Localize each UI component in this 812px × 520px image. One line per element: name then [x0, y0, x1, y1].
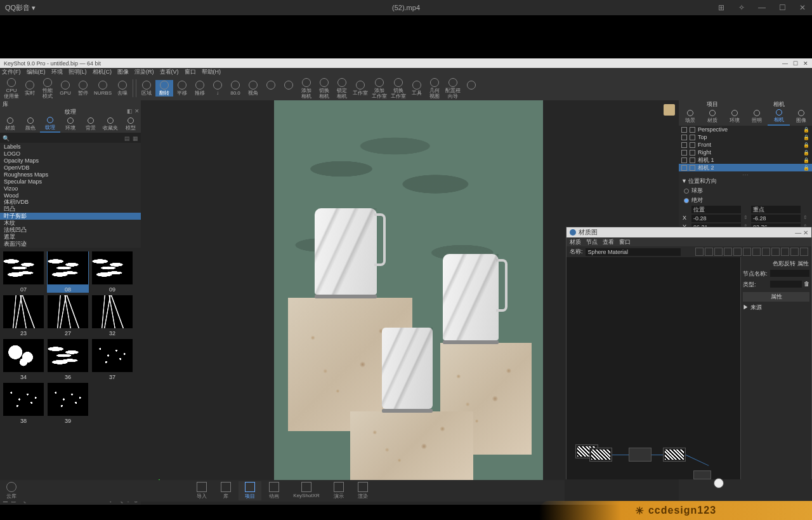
toolbar-button[interactable]: 切换 工作室 [389, 77, 408, 100]
app-maximize-icon[interactable]: ☐ [793, 60, 798, 67]
camera-item[interactable]: Right🔒 [679, 149, 812, 156]
texture-thumbnail[interactable]: 07 [3, 251, 44, 293]
toolbar-button[interactable]: 工具 [408, 80, 426, 97]
mat-tool-6[interactable] [743, 248, 751, 256]
toolbar-button[interactable]: 工作室 [351, 80, 370, 97]
toolbar-button[interactable]: GPU [56, 80, 74, 97]
folder-item[interactable]: OpenVDB [0, 164, 141, 171]
menu-item[interactable]: 渲染(R) [134, 68, 154, 76]
texture-thumbnail[interactable]: 37 [91, 339, 133, 380]
radio-absolute[interactable] [684, 198, 689, 203]
material-menu-item[interactable]: 查看 [603, 238, 614, 246]
mat-tool-10[interactable] [781, 248, 789, 256]
mat-tool-9[interactable] [771, 248, 780, 256]
toolbar-button[interactable]: 80.0 [226, 80, 244, 97]
viewport-tool-button[interactable] [664, 104, 675, 116]
folder-item[interactable]: 法线凹凸 [0, 227, 141, 234]
folder-item[interactable]: Opacity Maps [0, 157, 141, 164]
bottom-nav-item[interactable]: 动画 [263, 481, 285, 500]
mat-tool-11[interactable] [790, 248, 799, 256]
material-menu-item[interactable]: 材质 [570, 238, 581, 246]
mat-tool-8[interactable] [762, 248, 770, 256]
toolbar-button[interactable]: 性能 模式 [39, 77, 56, 100]
library-tab[interactable]: 纹理 [40, 116, 60, 133]
render-viewport[interactable] [274, 100, 543, 481]
node-op-2[interactable] [693, 470, 711, 479]
camera-item[interactable]: Front🔒 [679, 141, 812, 149]
library-search[interactable]: 🔍 ▤▦ [0, 133, 141, 143]
texture-thumbnail[interactable]: 39 [47, 383, 89, 424]
target-x[interactable]: -6.28 [751, 215, 801, 222]
toolbar-button[interactable]: 锁定 相机 [333, 77, 351, 100]
project-tab[interactable]: 相机 [768, 108, 790, 126]
bottom-nav-item[interactable]: 演示 [327, 481, 350, 500]
library-tab[interactable]: 模型 [121, 116, 141, 133]
folder-item[interactable]: Labels [0, 143, 141, 150]
camera-item[interactable]: Perspective🔒 [679, 126, 812, 133]
library-tab[interactable]: 背景 [81, 116, 101, 133]
menu-item[interactable]: 编辑(E) [27, 68, 46, 76]
properties-button[interactable]: 属性 [743, 292, 809, 302]
texture-thumbnail[interactable]: 32 [91, 295, 133, 337]
material-menu-item[interactable]: 窗口 [619, 238, 631, 246]
toolbar-button[interactable]: NURBS [92, 80, 114, 97]
minimize-icon[interactable]: — [752, 0, 771, 15]
radio-spherical[interactable] [684, 189, 689, 194]
texture-thumbnail[interactable]: 27 [47, 295, 89, 337]
toolbar-button[interactable]: 去噪 [114, 80, 131, 97]
library-tab[interactable]: 收藏夹 [101, 116, 121, 133]
menu-item[interactable]: 文件(F) [2, 68, 21, 76]
library-tab[interactable]: 材质 [0, 116, 20, 133]
toolbar-button[interactable]: CPU 使用量 [2, 77, 21, 100]
toolbar-button[interactable]: 区域 [138, 80, 155, 97]
project-tab[interactable]: 照明 [745, 108, 768, 126]
folder-item[interactable]: 表面污迹 [0, 241, 141, 248]
toolbar-button[interactable]: 几何 视图 [426, 77, 443, 100]
library-tab[interactable]: 颜色 [20, 116, 41, 133]
project-tab[interactable]: 材质 [701, 108, 723, 126]
toolbar-button[interactable] [262, 80, 280, 97]
toolbar-button[interactable] [280, 80, 298, 97]
mat-tool-1[interactable] [695, 248, 704, 256]
folder-item[interactable]: 体积IVDB [0, 199, 141, 206]
position-header[interactable]: ▼ 位置和方向 [681, 177, 809, 186]
folder-item[interactable]: LOGO [0, 150, 141, 157]
texture-thumbnail[interactable]: 34 [3, 339, 44, 380]
app-minimize-icon[interactable]: — [782, 60, 788, 67]
camera-item[interactable]: 相机 1🔒 [679, 156, 812, 164]
player-btn-1[interactable]: ⊞ [712, 0, 731, 15]
toolbar-button[interactable]: 平移 [173, 80, 191, 97]
mat-tool-5[interactable] [733, 248, 742, 256]
bottom-nav-item[interactable]: 导入 [190, 481, 213, 500]
mat-tool-2[interactable] [705, 248, 713, 256]
menu-item[interactable]: 相机(C) [93, 68, 112, 76]
toolbar-button[interactable]: 实时 [21, 80, 39, 97]
mat-tool-12[interactable] [800, 248, 808, 256]
pos-x[interactable]: -0.28 [691, 215, 741, 222]
node-type-field[interactable] [770, 281, 802, 288]
bottom-nav-item[interactable]: KeyShotXR [287, 481, 325, 500]
maximize-icon[interactable]: ☐ [773, 0, 792, 15]
folder-item[interactable]: Vizoo [0, 185, 141, 192]
toolbar-button[interactable] [462, 80, 480, 97]
project-tab[interactable]: 环境 [723, 108, 745, 126]
project-tab[interactable]: 场景 [679, 108, 701, 126]
texture-thumbnail[interactable]: 36 [47, 339, 89, 380]
node-name-field[interactable] [770, 270, 809, 277]
toolbar-button[interactable]: 添加 相机 [298, 77, 315, 100]
toolbar-button[interactable]: 推移 [191, 80, 209, 97]
close-icon[interactable]: ✕ [793, 0, 812, 15]
bottom-nav-item[interactable]: 项目 [239, 481, 261, 500]
menu-item[interactable]: 查看(V) [160, 68, 179, 76]
toolbar-button[interactable]: 切换 相机 [315, 77, 333, 100]
delete-icon[interactable]: 🗑 [804, 281, 809, 289]
folder-item[interactable]: 叶子剪影 [0, 213, 141, 220]
mat-tool-3[interactable] [714, 248, 723, 256]
texture-thumbnail[interactable]: 23 [3, 295, 44, 337]
sort-icon[interactable]: ▦ [133, 135, 138, 142]
menu-item[interactable]: 照明(L) [69, 68, 87, 76]
toolbar-button[interactable]: ↓ [209, 80, 226, 97]
folder-item[interactable]: Specular Maps [0, 178, 141, 185]
source-section[interactable]: ▶ 来源 [743, 303, 809, 312]
folder-item[interactable]: Roughness Maps [0, 171, 141, 178]
